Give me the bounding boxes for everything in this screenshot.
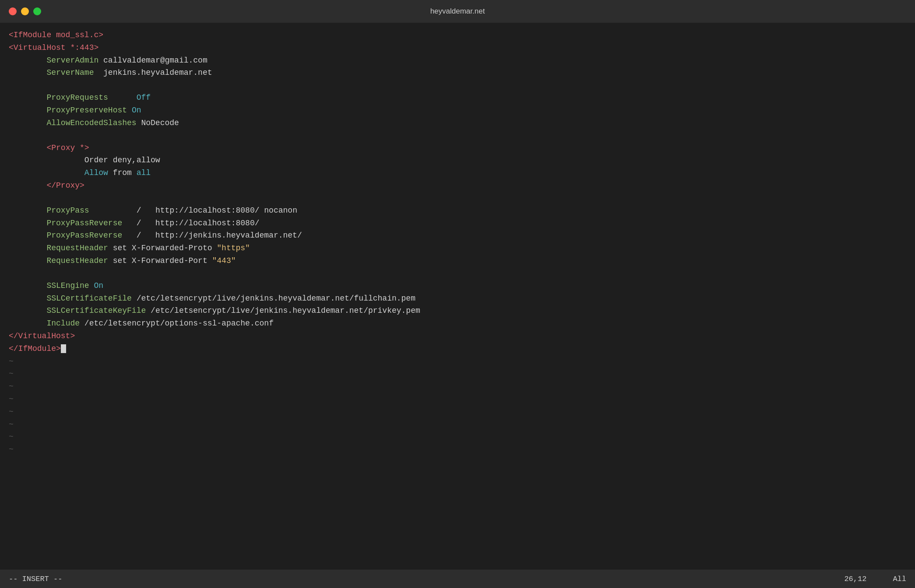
code-line-12: Allow from all	[9, 167, 906, 179]
close-button[interactable]	[9, 7, 17, 15]
code-line-6: ProxyRequests Off	[9, 91, 906, 104]
tilde-line-3: ~	[9, 380, 906, 393]
window-title: heyvaldemar.net	[430, 7, 485, 16]
code-line-24: Include /etc/letsencrypt/options-ssl-apa…	[9, 317, 906, 330]
scroll-scope: All	[893, 575, 906, 583]
tilde-line-2: ~	[9, 368, 906, 380]
code-line-13: </Proxy>	[9, 179, 906, 192]
code-line-17: ProxyPassReverse / http://jenkins.heyval…	[9, 229, 906, 242]
code-line-14	[9, 192, 906, 204]
tilde-line-8: ~	[9, 443, 906, 456]
code-line-25: </VirtualHost>	[9, 330, 906, 343]
minimize-button[interactable]	[21, 7, 29, 15]
editor-area: <IfModule mod_ssl.c> <VirtualHost *:443>…	[0, 23, 915, 570]
cursor-position: 26,12	[844, 575, 866, 583]
code-line-4: ServerName jenkins.heyvaldemar.net	[9, 66, 906, 79]
code-line-26: </IfModule>	[9, 343, 906, 355]
code-line-5	[9, 79, 906, 91]
window-controls[interactable]	[9, 7, 41, 15]
code-line-8: AllowEncodedSlashes NoDecode	[9, 117, 906, 130]
maximize-button[interactable]	[33, 7, 41, 15]
status-mode: -- INSERT --	[9, 575, 844, 583]
code-line-16: ProxyPassReverse / http://localhost:8080…	[9, 217, 906, 230]
tilde-line-4: ~	[9, 393, 906, 406]
code-line-21: SSLEngine On	[9, 280, 906, 292]
code-line-3: ServerAdmin callvaldemar@gmail.com	[9, 54, 906, 67]
code-line-19: RequestHeader set X-Forwarded-Port "443"	[9, 255, 906, 267]
tilde-line-6: ~	[9, 418, 906, 431]
tilde-line-5: ~	[9, 406, 906, 418]
code-line-18: RequestHeader set X-Forwarded-Proto "htt…	[9, 242, 906, 255]
code-line-22: SSLCertificateFile /etc/letsencrypt/live…	[9, 292, 906, 305]
code-line-20	[9, 267, 906, 280]
status-bar: -- INSERT -- 26,12 All	[0, 570, 915, 588]
code-line-10: <Proxy *>	[9, 142, 906, 154]
code-line-2: <VirtualHost *:443>	[9, 42, 906, 54]
code-line-9	[9, 130, 906, 142]
title-bar: heyvaldemar.net	[0, 0, 915, 23]
code-line-15: ProxyPass / http://localhost:8080/ nocan…	[9, 204, 906, 217]
code-content: <IfModule mod_ssl.c> <VirtualHost *:443>…	[0, 29, 915, 456]
status-right: 26,12 All	[844, 575, 906, 583]
code-line-1: <IfModule mod_ssl.c>	[9, 29, 906, 42]
cursor	[61, 344, 66, 353]
tilde-line-7: ~	[9, 430, 906, 443]
code-line-11: Order deny,allow	[9, 154, 906, 167]
code-line-7: ProxyPreserveHost On	[9, 104, 906, 117]
tilde-line-1: ~	[9, 355, 906, 368]
code-line-23: SSLCertificateKeyFile /etc/letsencrypt/l…	[9, 304, 906, 317]
